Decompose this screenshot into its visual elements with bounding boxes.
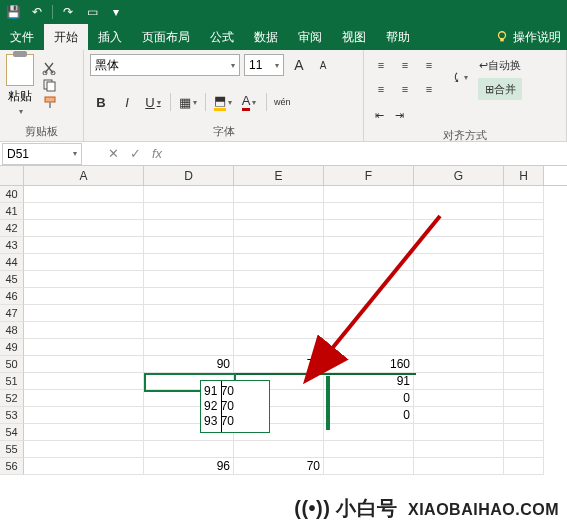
cell[interactable]: 0	[324, 407, 414, 424]
cell[interactable]	[504, 407, 544, 424]
font-name-select[interactable]: 黑体 ▾	[90, 54, 240, 76]
row-header[interactable]: 47	[0, 305, 24, 322]
cell[interactable]	[504, 254, 544, 271]
row-header[interactable]: 51	[0, 373, 24, 390]
tab-review[interactable]: 审阅	[288, 24, 332, 50]
cell[interactable]	[24, 186, 144, 203]
cell[interactable]	[144, 271, 234, 288]
align-center-icon[interactable]: ≡	[394, 78, 416, 100]
cell[interactable]	[414, 441, 504, 458]
enter-icon[interactable]: ✓	[124, 143, 146, 165]
cell[interactable]	[234, 203, 324, 220]
fx-icon[interactable]: fx	[146, 143, 168, 165]
font-size-select[interactable]: 11 ▾	[244, 54, 284, 76]
cell[interactable]: 70	[234, 458, 324, 475]
cells-area[interactable]: 907016091009670	[24, 186, 544, 475]
cell[interactable]	[504, 373, 544, 390]
align-left-icon[interactable]: ≡	[370, 78, 392, 100]
wrap-text-button[interactable]: ↩ 自动换	[478, 54, 522, 76]
row-header[interactable]: 44	[0, 254, 24, 271]
cell[interactable]	[414, 288, 504, 305]
undo-icon[interactable]: ↶	[28, 3, 46, 21]
cell[interactable]	[144, 305, 234, 322]
name-box[interactable]: D51 ▾	[2, 143, 82, 165]
fill-color-button[interactable]: ⬒▾	[212, 91, 234, 113]
cell[interactable]	[24, 288, 144, 305]
cell[interactable]	[504, 220, 544, 237]
cell[interactable]	[234, 220, 324, 237]
row-header[interactable]: 53	[0, 407, 24, 424]
cell[interactable]	[144, 254, 234, 271]
cell[interactable]: 0	[324, 390, 414, 407]
cell[interactable]	[24, 458, 144, 475]
cell[interactable]: 160	[324, 356, 414, 373]
cell[interactable]: 96	[144, 458, 234, 475]
row-header[interactable]: 45	[0, 271, 24, 288]
merge-center-button[interactable]: ⊞ 合并	[478, 78, 522, 100]
cell[interactable]	[414, 390, 504, 407]
cell[interactable]	[324, 322, 414, 339]
tab-page-layout[interactable]: 页面布局	[132, 24, 200, 50]
row-header[interactable]: 55	[0, 441, 24, 458]
qat-more-icon[interactable]: ▾	[107, 3, 125, 21]
row-header[interactable]: 41	[0, 203, 24, 220]
paste-dropdown-icon[interactable]: ▾	[19, 107, 23, 116]
tab-file[interactable]: 文件	[0, 24, 44, 50]
col-header[interactable]: F	[324, 166, 414, 185]
cell[interactable]	[324, 424, 414, 441]
cell[interactable]	[504, 458, 544, 475]
align-top-icon[interactable]: ≡	[370, 54, 392, 76]
cell[interactable]	[504, 390, 544, 407]
row-header[interactable]: 48	[0, 322, 24, 339]
cell[interactable]	[414, 373, 504, 390]
cell[interactable]	[144, 288, 234, 305]
format-painter-icon[interactable]	[42, 95, 58, 109]
decrease-font-icon[interactable]: A	[314, 54, 332, 76]
cell[interactable]	[24, 203, 144, 220]
cell[interactable]	[414, 203, 504, 220]
col-header[interactable]: H	[504, 166, 544, 185]
increase-indent-icon[interactable]: ⇥	[390, 104, 408, 126]
cell[interactable]	[414, 237, 504, 254]
phonetic-guide-button[interactable]: wén	[273, 91, 292, 113]
cell[interactable]: 90	[144, 356, 234, 373]
cell[interactable]	[24, 237, 144, 254]
cell[interactable]	[24, 271, 144, 288]
cell[interactable]	[24, 254, 144, 271]
cell[interactable]	[414, 254, 504, 271]
cell[interactable]	[504, 203, 544, 220]
tab-help[interactable]: 帮助	[376, 24, 420, 50]
underline-button[interactable]: U▾	[142, 91, 164, 113]
cell[interactable]	[504, 339, 544, 356]
cell[interactable]	[234, 254, 324, 271]
cell[interactable]	[144, 441, 234, 458]
spreadsheet-grid[interactable]: A D E F G H 4041424344454647484950515253…	[0, 166, 567, 475]
tab-home[interactable]: 开始	[44, 24, 88, 50]
touch-mode-icon[interactable]: ▭	[83, 3, 101, 21]
cell[interactable]	[144, 203, 234, 220]
save-icon[interactable]: 💾	[4, 3, 22, 21]
copy-icon[interactable]	[42, 78, 58, 92]
bold-button[interactable]: B	[90, 91, 112, 113]
cell[interactable]	[144, 220, 234, 237]
cell[interactable]	[144, 339, 234, 356]
row-header[interactable]: 50	[0, 356, 24, 373]
border-button[interactable]: ▦▾	[177, 91, 199, 113]
col-header[interactable]: G	[414, 166, 504, 185]
align-middle-icon[interactable]: ≡	[394, 54, 416, 76]
cell[interactable]	[234, 186, 324, 203]
redo-icon[interactable]: ↷	[59, 3, 77, 21]
orientation-button[interactable]: ⤹▾	[448, 66, 470, 88]
tab-data[interactable]: 数据	[244, 24, 288, 50]
cell[interactable]	[24, 373, 144, 390]
tab-insert[interactable]: 插入	[88, 24, 132, 50]
cell[interactable]	[234, 288, 324, 305]
cell[interactable]	[414, 186, 504, 203]
tell-me[interactable]: 操作说明	[489, 24, 567, 50]
tab-formulas[interactable]: 公式	[200, 24, 244, 50]
formula-input[interactable]	[168, 143, 567, 165]
cell[interactable]	[414, 458, 504, 475]
cell[interactable]	[324, 458, 414, 475]
cell[interactable]	[324, 186, 414, 203]
cell[interactable]	[414, 339, 504, 356]
